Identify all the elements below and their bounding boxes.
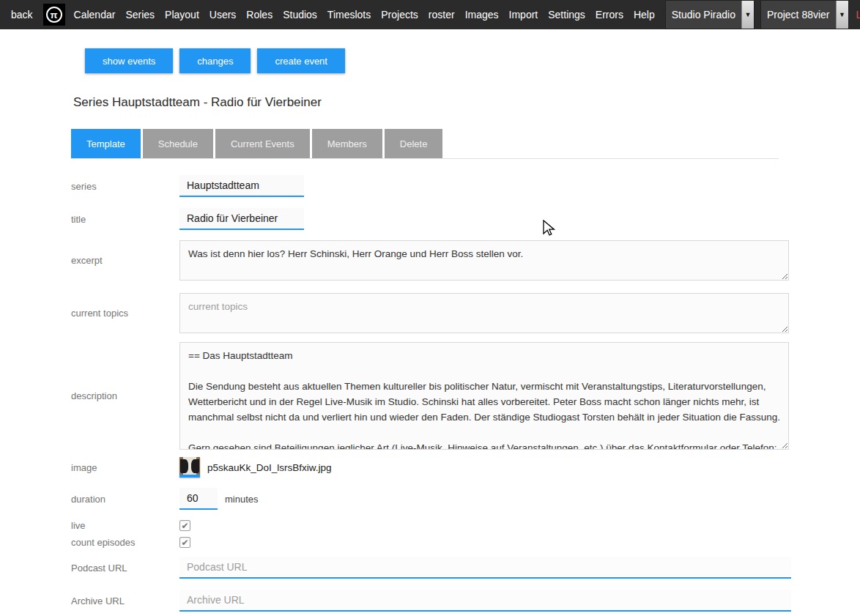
duration-label: duration — [71, 494, 179, 505]
nav-item-timeslots[interactable]: Timeslots — [327, 9, 371, 21]
tab-schedule[interactable]: Schedule — [143, 129, 213, 158]
title-row: title — [71, 208, 791, 230]
count-episodes-label: count episodes — [71, 537, 179, 548]
page-title: Series Hauptstadtteam - Radio für Vierbe… — [73, 95, 860, 110]
title-input[interactable] — [179, 208, 304, 230]
current-topics-textarea[interactable] — [179, 293, 789, 333]
changes-button[interactable]: changes — [179, 48, 251, 73]
image-label: image — [71, 462, 179, 473]
nav-item-playout[interactable]: Playout — [165, 9, 199, 21]
logout-link[interactable]: Logout — [856, 9, 860, 21]
nav-item-calendar[interactable]: Calendar — [74, 9, 116, 21]
studio-select-value: Studio Piradio — [666, 1, 741, 29]
series-input[interactable] — [179, 175, 304, 197]
series-row: series — [71, 175, 791, 197]
piradio-logo-icon[interactable]: π — [43, 4, 65, 26]
tab-template[interactable]: Template — [71, 129, 141, 158]
project-select[interactable]: Project 88vier ▼ — [760, 0, 849, 29]
top-nav-bar: back π Calendar Series Playout Users Rol… — [0, 0, 860, 29]
series-label: series — [71, 181, 179, 192]
nav-item-roster[interactable]: roster — [429, 9, 455, 21]
nav-item-images[interactable]: Images — [465, 9, 499, 21]
check-icon: ✔ — [181, 538, 188, 548]
duration-row: duration minutes — [71, 488, 791, 510]
nav-back-link[interactable]: back — [11, 9, 33, 21]
show-events-button[interactable]: show events — [85, 48, 173, 73]
nav-item-settings[interactable]: Settings — [548, 9, 585, 21]
live-label: live — [71, 520, 179, 531]
podcast-url-row: Podcast URL — [71, 557, 791, 579]
podcast-url-input[interactable] — [179, 557, 791, 579]
image-row: image p5skauKk_DoI_lsrsBfxiw.jpg — [71, 457, 791, 478]
tab-current-events[interactable]: Current Events — [215, 129, 310, 158]
nav-item-import[interactable]: Import — [509, 9, 538, 21]
tab-bar: Template Schedule Current Events Members… — [71, 129, 779, 159]
excerpt-row: excerpt Was ist denn hier los? Herr Schi… — [71, 240, 791, 281]
count-episodes-row: count episodes ✔ — [71, 537, 791, 548]
duration-unit-label: minutes — [225, 494, 259, 505]
chevron-down-icon[interactable]: ▼ — [836, 1, 848, 29]
description-row: description == Das Hauptstadtteam Die Se… — [71, 342, 791, 450]
series-template-form: series title excerpt Was ist denn hier l… — [71, 175, 791, 612]
tab-members[interactable]: Members — [312, 129, 382, 158]
current-topics-row: current topics — [71, 293, 791, 333]
nav-item-users[interactable]: Users — [210, 9, 237, 21]
description-label: description — [71, 390, 179, 401]
series-toolbar: show events changes create event — [85, 48, 860, 73]
nav-item-studios[interactable]: Studios — [283, 9, 317, 21]
live-row: live ✔ — [71, 520, 791, 531]
podcast-url-label: Podcast URL — [71, 563, 179, 574]
title-label: title — [71, 214, 179, 225]
series-image-thumbnail[interactable] — [179, 457, 200, 478]
excerpt-label: excerpt — [71, 255, 179, 266]
archive-url-row: Archive URL — [71, 590, 791, 612]
archive-url-label: Archive URL — [71, 595, 179, 606]
image-filename: p5skauKk_DoI_lsrsBfxiw.jpg — [207, 462, 332, 473]
nav-item-errors[interactable]: Errors — [596, 9, 623, 21]
archive-url-input[interactable] — [179, 590, 791, 612]
nav-item-roles[interactable]: Roles — [246, 9, 273, 21]
nav-item-projects[interactable]: Projects — [381, 9, 418, 21]
nav-item-series[interactable]: Series — [125, 9, 155, 21]
count-episodes-checkbox[interactable]: ✔ — [179, 537, 190, 548]
current-topics-label: current topics — [71, 308, 179, 319]
check-icon: ✔ — [181, 521, 188, 531]
pi-circle-icon: π — [46, 7, 62, 23]
chevron-down-icon[interactable]: ▼ — [741, 1, 754, 29]
tab-delete[interactable]: Delete — [385, 129, 443, 158]
nav-item-help[interactable]: Help — [634, 9, 655, 21]
excerpt-textarea[interactable]: Was ist denn hier los? Herr Schinski, He… — [179, 240, 789, 281]
duration-input[interactable] — [179, 488, 218, 510]
project-select-value: Project 88vier — [761, 1, 836, 29]
studio-select[interactable]: Studio Piradio ▼ — [665, 0, 755, 29]
create-event-button[interactable]: create event — [257, 48, 345, 73]
live-checkbox[interactable]: ✔ — [179, 520, 190, 531]
description-textarea[interactable]: == Das Hauptstadtteam Die Sendung besteh… — [179, 342, 789, 450]
